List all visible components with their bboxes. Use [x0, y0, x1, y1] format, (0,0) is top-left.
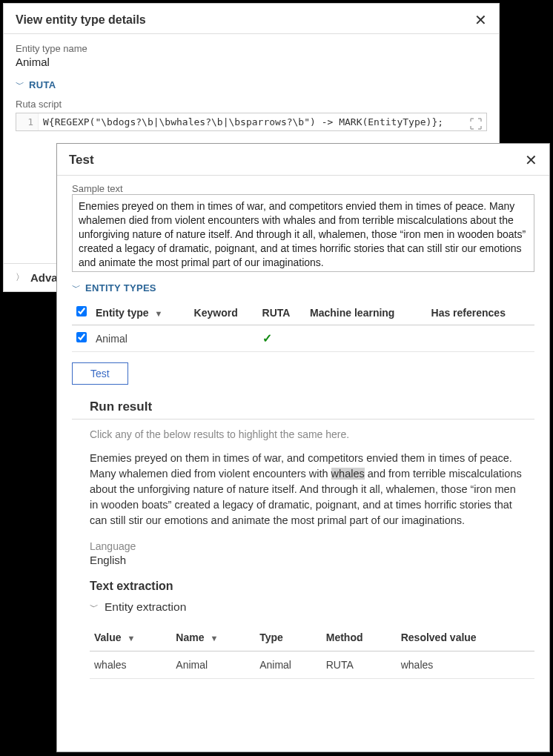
ruta-code-content: W{REGEXP("\bdogs?\b|\bwhales?\b|\bsparro… — [39, 113, 486, 130]
entity-types-label: ENTITY TYPES — [85, 282, 156, 294]
col-method[interactable]: Method — [322, 624, 397, 651]
col-hasrefs[interactable]: Has references — [427, 300, 534, 325]
col-keyword[interactable]: Keyword — [190, 300, 258, 325]
cell-value: whales — [90, 651, 171, 679]
test-title: Test — [69, 153, 94, 168]
language-label: Language — [90, 540, 534, 552]
col-resolved[interactable]: Resolved value — [397, 624, 534, 651]
sample-text-input[interactable] — [72, 194, 534, 272]
run-result-heading: Run result — [90, 399, 534, 414]
test-header: Test ✕ — [57, 144, 549, 176]
checkmark-icon: ✓ — [262, 332, 272, 345]
run-result-hint: Click any of the below results to highli… — [90, 428, 534, 440]
entity-type-name-label: Entity type name — [16, 43, 487, 54]
cell-name: Animal — [171, 651, 255, 679]
filter-icon[interactable]: ▼ — [155, 309, 163, 318]
divider — [72, 419, 534, 420]
filter-icon[interactable]: ▼ — [210, 634, 218, 643]
filter-icon[interactable]: ▼ — [128, 634, 136, 643]
close-icon[interactable]: ✕ — [525, 153, 537, 168]
ruta-section-label: RUTA — [29, 79, 56, 90]
run-result-text: Enemies preyed on them in times of war, … — [90, 451, 534, 528]
test-button[interactable]: Test — [72, 362, 128, 385]
col-name[interactable]: Name▼ — [171, 624, 255, 651]
result-highlight[interactable]: whales — [331, 468, 365, 480]
chevron-down-icon: ﹀ — [90, 601, 99, 614]
code-line-number: 1 — [16, 113, 39, 130]
language-value: English — [90, 554, 534, 566]
sample-text-label: Sample text — [72, 183, 534, 194]
cell-method: RUTA — [322, 651, 397, 679]
row-entity-name: Animal — [91, 325, 190, 352]
chevron-down-icon: ﹀ — [72, 282, 81, 294]
test-panel: Test ✕ Sample text ﹀ ENTITY TYPES Entity… — [56, 143, 550, 752]
cell-type: Animal — [255, 651, 322, 679]
col-ruta[interactable]: RUTA — [258, 300, 305, 325]
entity-extraction-toggle[interactable]: ﹀ Entity extraction — [90, 600, 534, 614]
entity-type-name-value: Animal — [16, 56, 487, 68]
col-type[interactable]: Type — [255, 624, 322, 651]
table-row[interactable]: Animal ✓ — [72, 325, 534, 352]
close-icon[interactable]: ✕ — [474, 13, 487, 27]
ruta-script-label: Ruta script — [16, 99, 487, 110]
col-ml[interactable]: Machine learning — [305, 300, 426, 325]
chevron-right-icon: 〉 — [16, 271, 24, 284]
text-extraction-heading: Text extraction — [90, 580, 534, 593]
table-row[interactable]: whales Animal Animal RUTA whales — [90, 651, 534, 679]
entity-types-toggle[interactable]: ﹀ ENTITY TYPES — [72, 282, 534, 294]
cell-resolved: whales — [397, 651, 534, 679]
chevron-down-icon: ﹀ — [16, 79, 24, 91]
ruta-section-toggle[interactable]: ﹀ RUTA — [16, 79, 487, 91]
entity-details-title: View entity type details — [16, 13, 146, 27]
select-all-checkbox[interactable] — [76, 306, 87, 316]
entity-types-table: Entity type▼ Keyword RUTA Machine learni… — [72, 300, 534, 352]
ruta-code-editor[interactable]: 1 W{REGEXP("\bdogs?\b|\bwhales?\b|\bspar… — [16, 113, 487, 131]
entity-details-header: View entity type details ✕ — [4, 4, 499, 34]
col-entity-type[interactable]: Entity type▼ — [91, 300, 190, 325]
row-checkbox[interactable] — [76, 332, 87, 342]
col-value[interactable]: Value▼ — [90, 624, 171, 651]
entity-extraction-label: Entity extraction — [105, 600, 186, 614]
expand-icon[interactable] — [468, 116, 483, 131]
extraction-table: Value▼ Name▼ Type Method Resolved value … — [90, 624, 534, 679]
